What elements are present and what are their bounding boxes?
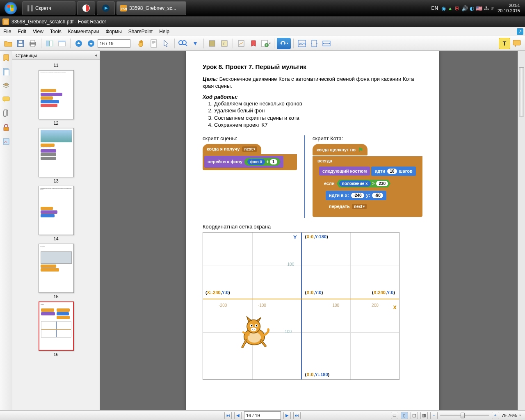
last-page-icon[interactable]: ⏭: [293, 412, 301, 419]
page-input-bottom[interactable]: [244, 411, 281, 420]
svg-rect-38: [312, 40, 317, 47]
zoom-dropdown-icon[interactable]: ▾: [519, 413, 521, 417]
pages-tab-icon[interactable]: [2, 67, 11, 76]
svg-rect-43: [3, 97, 9, 101]
taskbar-item-media[interactable]: [97, 1, 115, 15]
tray-shield-icon[interactable]: ⛨: [454, 5, 460, 11]
restore-icon[interactable]: ↗: [517, 28, 523, 35]
search-button[interactable]: [177, 38, 189, 49]
taskbar-item-foxit[interactable]: PDF 33598_Grebnev_sc...: [116, 1, 186, 15]
zoom-slider[interactable]: [440, 415, 489, 416]
taskbar-item-scratch[interactable]: ▐▐ Скретч: [22, 1, 75, 15]
page-title: Урок 8. Проект 7. Первый мультик: [203, 63, 422, 70]
system-tray: EN ◉ ▲ ⛨ 🔊 ◐ 🇺🇸 🖧 ⎚ 20:51 20.10.2015: [431, 3, 525, 14]
share-button[interactable]: ▾: [277, 38, 291, 49]
steps-list: Добавляем сцене несколько фонов Удаляем …: [214, 100, 422, 129]
svg-rect-12: [19, 41, 22, 43]
menu-tools[interactable]: Tools: [47, 29, 65, 34]
security-tab-icon[interactable]: [2, 123, 11, 132]
tray-icon[interactable]: ◐: [470, 5, 474, 11]
select-text-button[interactable]: [148, 38, 160, 49]
vertical-scrollbar[interactable]: [518, 51, 525, 410]
page-input[interactable]: [98, 39, 130, 48]
tray-clock[interactable]: 20:51 20.10.2015: [498, 3, 522, 14]
icon-button[interactable]: +▾: [260, 38, 272, 49]
scratch-script-scene: когда я получуnext перейти к фону фон #+…: [203, 144, 297, 170]
thumbnail[interactable]: text text 16: [12, 301, 100, 357]
thumbnail[interactable]: text text text text text text text 13: [12, 128, 100, 183]
thumbnail[interactable]: text text text 15: [12, 244, 100, 299]
page-down-button[interactable]: [85, 38, 97, 49]
zoom-out-icon[interactable]: −: [430, 412, 438, 419]
next-page-icon[interactable]: ▶: [283, 412, 291, 419]
print-button[interactable]: [27, 38, 39, 49]
collapse-icon[interactable]: ◂: [95, 52, 97, 58]
icon-button[interactable]: [235, 38, 247, 49]
pointer-button[interactable]: [160, 38, 172, 49]
icon-button[interactable]: [206, 38, 218, 49]
menu-file[interactable]: File: [0, 29, 14, 34]
layers-tab-icon[interactable]: [2, 81, 11, 90]
thumbnails-scroll[interactable]: 11 Lorem ipsum dolor sit amet text text …: [12, 60, 100, 410]
first-page-icon[interactable]: ⏮: [224, 412, 232, 419]
scrollbar-thumb[interactable]: [519, 67, 524, 116]
tray-icon[interactable]: ▲: [447, 5, 453, 11]
attachments-tab-icon[interactable]: [2, 109, 11, 118]
thumbnail[interactable]: Lorem ipsum dolor sit text text text tex…: [12, 186, 100, 241]
svg-rect-44: [4, 127, 9, 131]
menu-help[interactable]: Help: [156, 29, 173, 34]
view-mode-icon[interactable]: ▭: [391, 412, 398, 419]
sidebar: Страницы ◂ 11 Lorem ipsum dolor sit amet…: [0, 51, 100, 410]
icon-button[interactable]: [56, 38, 68, 49]
scratch-cat-icon: [236, 315, 273, 352]
view-mode-icon[interactable]: ▯: [401, 412, 408, 419]
tray-volume-icon[interactable]: 🔊: [461, 5, 468, 11]
window-titlebar: 33598_Grebnev_scratch.pdf - Foxit Reader: [0, 16, 525, 27]
menu-comments[interactable]: Комментарии: [65, 29, 103, 34]
svg-text:PDF: PDF: [121, 7, 127, 11]
menu-view[interactable]: View: [30, 29, 47, 34]
icon-button[interactable]: [248, 38, 259, 49]
thumbnail[interactable]: Lorem ipsum dolor sit amet text text tex…: [12, 70, 100, 126]
zoom-thumb[interactable]: [461, 413, 465, 418]
open-button[interactable]: [2, 38, 14, 49]
prev-page-icon[interactable]: ◀: [234, 412, 242, 419]
svg-rect-42: [4, 69, 9, 75]
grid-title: Координатная сетка экрана: [203, 224, 422, 230]
view-mode-icon[interactable]: ◫: [411, 412, 418, 419]
menu-edit[interactable]: Edit: [14, 29, 30, 34]
tray-icon[interactable]: ◉: [441, 5, 446, 11]
note-button[interactable]: [511, 38, 523, 49]
thumbnails-header: Страницы ◂: [12, 51, 100, 60]
zoom-in-icon[interactable]: +: [492, 412, 499, 419]
zoom-100-button[interactable]: 100%: [296, 38, 308, 49]
menu-forms[interactable]: Формы: [102, 29, 125, 34]
taskbar-item-label: Скретч: [35, 5, 51, 11]
statusbar: ⏮ ◀ ▶ ⏭ ▭ ▯ ◫ ▥ − + 79.76% ▾: [0, 410, 525, 420]
signatures-tab-icon[interactable]: [2, 137, 11, 146]
comments-tab-icon[interactable]: [2, 95, 11, 104]
svg-text:T: T: [223, 42, 225, 46]
taskbar-item-yandex[interactable]: [77, 1, 95, 15]
tray-icon[interactable]: ⎚: [491, 5, 494, 11]
language-indicator[interactable]: EN: [431, 5, 438, 11]
fit-page-button[interactable]: [308, 38, 320, 49]
svg-rect-16: [46, 41, 49, 46]
document-viewport[interactable]: Урок 8. Проект 7. Первый мультик Цель: Б…: [100, 51, 525, 410]
menu-sharepoint[interactable]: SharePoint: [125, 29, 156, 34]
svg-rect-2: [11, 5, 14, 8]
icon-button[interactable]: T: [219, 38, 230, 49]
zoom-value: 79.76%: [502, 413, 517, 418]
save-button[interactable]: [15, 38, 26, 49]
start-button[interactable]: [0, 0, 21, 16]
tray-flag-icon[interactable]: 🇺🇸: [476, 5, 482, 11]
view-mode-icon[interactable]: ▥: [420, 412, 428, 419]
icon-button[interactable]: ▾: [189, 38, 201, 49]
page-up-button[interactable]: [73, 38, 84, 49]
tray-network-icon[interactable]: 🖧: [484, 5, 489, 11]
icon-button[interactable]: [44, 38, 55, 49]
highlight-button[interactable]: T: [499, 38, 510, 49]
hand-tool-button[interactable]: [136, 38, 147, 49]
fit-width-button[interactable]: [321, 38, 332, 49]
bookmarks-tab-icon[interactable]: [2, 53, 11, 62]
